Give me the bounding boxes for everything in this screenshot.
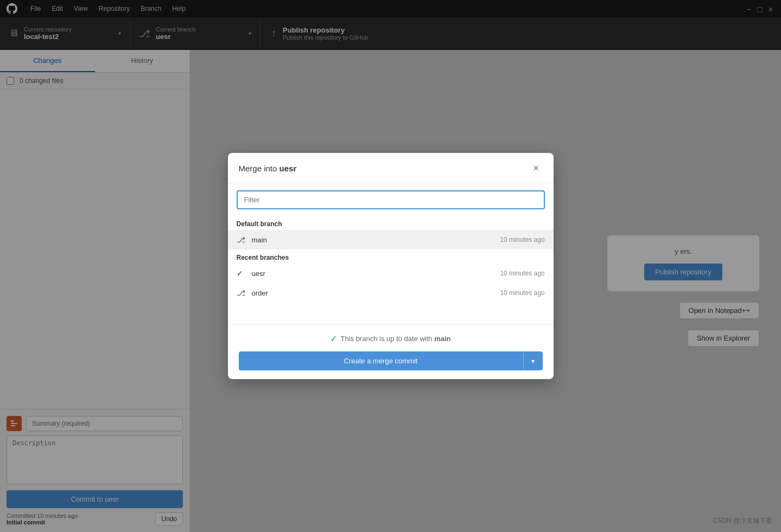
modal-overlay[interactable]: Merge into uesr × Default branch ⎇ main … bbox=[0, 0, 781, 532]
branch-time-main: 10 minutes ago bbox=[500, 236, 544, 243]
merge-modal: Merge into uesr × Default branch ⎇ main … bbox=[228, 153, 554, 379]
branch-item-uesr[interactable]: ✓ uesr 10 minutes ago bbox=[228, 264, 554, 283]
checkmark-icon-uesr: ✓ bbox=[237, 269, 246, 278]
modal-footer: ✓ This branch is up to date with main Cr… bbox=[228, 324, 554, 379]
filter-input[interactable] bbox=[237, 190, 545, 209]
merge-btn-row: Create a merge commit ▾ bbox=[239, 351, 543, 370]
status-text: This branch is up to date with main bbox=[340, 335, 450, 343]
branch-icon-main: ⎇ bbox=[237, 235, 246, 244]
modal-search bbox=[228, 184, 554, 216]
status-row: ✓ This branch is up to date with main bbox=[239, 334, 543, 344]
branch-name-main: main bbox=[252, 236, 500, 244]
branch-time-uesr: 10 minutes ago bbox=[500, 270, 544, 277]
create-merge-commit-button[interactable]: Create a merge commit bbox=[239, 351, 523, 370]
branch-name-order: order bbox=[252, 289, 500, 297]
default-branch-label: Default branch bbox=[228, 216, 554, 230]
branch-icon-order: ⎇ bbox=[237, 289, 246, 297]
branch-name-uesr: uesr bbox=[252, 270, 500, 278]
branch-item-main[interactable]: ⎇ main 10 minutes ago bbox=[228, 230, 554, 249]
modal-header: Merge into uesr × bbox=[228, 153, 554, 184]
modal-close-button[interactable]: × bbox=[530, 162, 543, 175]
modal-title: Merge into uesr bbox=[239, 164, 297, 173]
recent-branches-label: Recent branches bbox=[228, 249, 554, 264]
modal-body: Default branch ⎇ main 10 minutes ago Rec… bbox=[228, 216, 554, 324]
branch-item-order[interactable]: ⎇ order 10 minutes ago bbox=[228, 283, 554, 303]
merge-dropdown-button[interactable]: ▾ bbox=[523, 351, 543, 370]
status-check-icon: ✓ bbox=[330, 334, 337, 344]
branch-time-order: 10 minutes ago bbox=[500, 289, 544, 297]
